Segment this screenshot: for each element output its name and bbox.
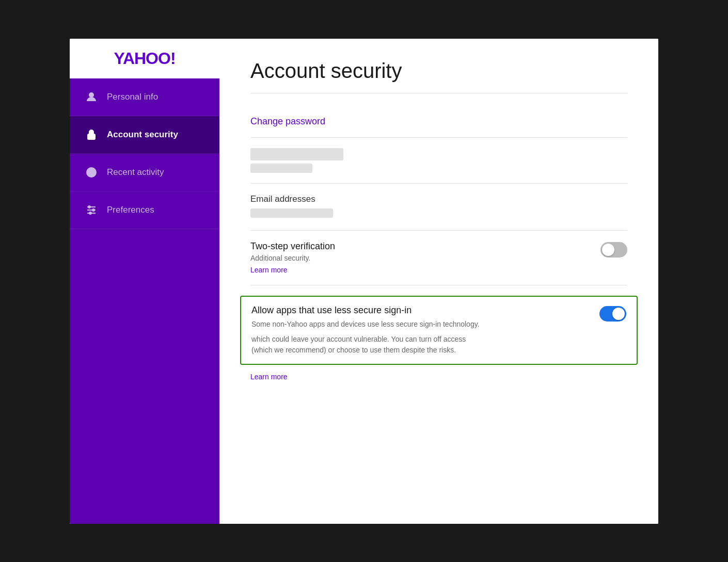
- sidebar-item-label: Recent activity: [107, 167, 164, 178]
- lock-icon: [84, 127, 99, 142]
- allow-apps-slider: [599, 306, 626, 322]
- change-password-link[interactable]: Change password: [250, 116, 325, 127]
- sidebar-item-account-security[interactable]: Account security: [70, 116, 219, 154]
- two-step-section: Two-step verification Additional securit…: [250, 231, 627, 285]
- redacted-email: [250, 208, 333, 218]
- sliders-icon: [84, 203, 99, 217]
- sidebar-item-label: Preferences: [107, 205, 154, 215]
- allow-apps-inner: Allow apps that use less secure sign-in …: [251, 305, 626, 330]
- svg-point-8: [89, 212, 91, 214]
- phone-section: [250, 138, 627, 184]
- logo-container: YAHOO!: [70, 39, 219, 78]
- svg-point-7: [92, 209, 94, 211]
- person-icon: [84, 90, 99, 104]
- allow-apps-desc-1: Some non-Yahoo apps and devices use less…: [251, 319, 599, 330]
- svg-point-0: [89, 93, 93, 97]
- allow-apps-knob: [612, 308, 625, 320]
- allow-apps-toggle[interactable]: [599, 306, 626, 322]
- email-label: Email addresses: [250, 194, 627, 204]
- yahoo-logo: YAHOO!: [114, 49, 175, 68]
- two-step-desc: Additional security.: [250, 254, 600, 262]
- redacted-phone-2: [250, 164, 312, 173]
- sidebar-item-label: Account security: [107, 130, 178, 140]
- title-divider: [250, 93, 627, 93]
- sidebar-item-personal-info[interactable]: Personal info: [70, 78, 219, 116]
- page-title: Account security: [250, 59, 627, 83]
- allow-apps-desc-3: (which we recommend) or choose to use th…: [251, 345, 626, 356]
- sidebar-item-recent-activity[interactable]: Recent activity: [70, 154, 219, 191]
- allow-apps-desc-2: which could leave your account vulnerabl…: [251, 334, 626, 345]
- allow-apps-highlighted: Allow apps that use less secure sign-in …: [240, 296, 638, 365]
- allow-apps-title: Allow apps that use less secure sign-in: [251, 305, 599, 316]
- allow-apps-text: Allow apps that use less secure sign-in …: [251, 305, 599, 330]
- two-step-content: Two-step verification Additional securit…: [250, 241, 600, 275]
- two-step-knob: [602, 244, 614, 256]
- redacted-phone: [250, 148, 343, 160]
- svg-point-6: [88, 206, 90, 208]
- sidebar: YAHOO! Personal info Account security: [70, 39, 219, 524]
- change-password-section: Change password: [250, 106, 627, 138]
- main-content: Account security Change password Email a…: [219, 39, 658, 524]
- email-section: Email addresses: [250, 184, 627, 231]
- app-window: YAHOO! Personal info Account security: [70, 39, 658, 524]
- clock-icon: [84, 165, 99, 180]
- sidebar-item-label: Personal info: [107, 92, 158, 102]
- sidebar-item-preferences[interactable]: Preferences: [70, 191, 219, 229]
- allow-apps-learn-more-container: Learn more: [250, 365, 627, 381]
- two-step-learn-more[interactable]: Learn more: [250, 266, 288, 274]
- two-step-title: Two-step verification: [250, 241, 600, 252]
- two-step-toggle[interactable]: [600, 242, 627, 258]
- allow-apps-outer: Allow apps that use less secure sign-in …: [250, 285, 627, 381]
- two-step-slider: [600, 242, 627, 258]
- allow-apps-learn-more[interactable]: Learn more: [250, 373, 288, 381]
- svg-rect-1: [88, 134, 95, 139]
- two-step-toggle-container: [600, 242, 627, 258]
- allow-apps-toggle-container: [599, 306, 626, 322]
